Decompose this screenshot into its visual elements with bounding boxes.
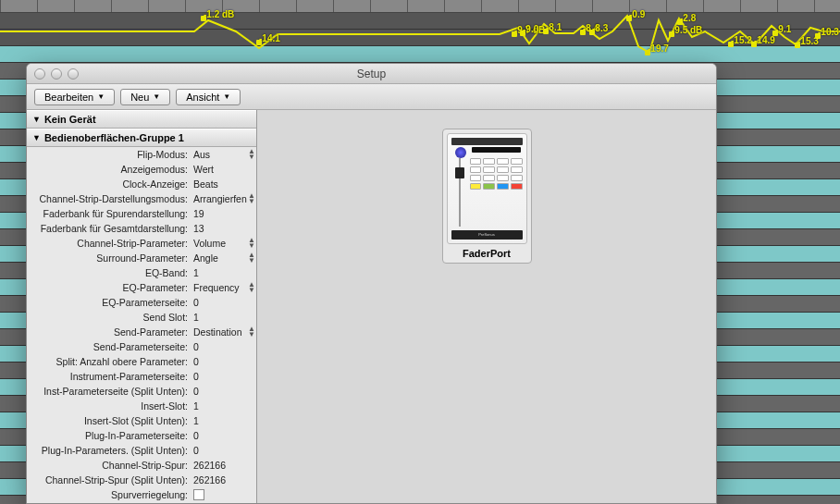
param-row[interactable]: Faderbank für Gesamtdarstellung:13	[27, 221, 256, 236]
param-label: Channel-Strip-Spur (Split Unten):	[27, 474, 191, 486]
param-row[interactable]: Channel-Strip-Spur (Split Unten):262166	[27, 473, 256, 487]
disclosure-triangle-icon: ▼	[32, 115, 41, 124]
view-menu-button[interactable]: Ansicht ▼	[176, 89, 241, 105]
param-row[interactable]: Surround-Parameter:Angle	[27, 251, 256, 265]
chevron-down-icon: ▼	[223, 92, 230, 101]
param-label: Insert-Slot (Split Unten):	[27, 415, 191, 426]
param-label: Flip-Modus:	[27, 149, 191, 160]
param-value[interactable]: 0	[191, 356, 247, 367]
sidebar[interactable]: ▼ Kein Gerät ▼ Bedienoberflächen-Gruppe …	[27, 110, 257, 503]
param-label: Surround-Parameter:	[27, 252, 191, 264]
param-row[interactable]: Plug-In-Parameters. (Split Unten):0	[27, 443, 256, 458]
param-row[interactable]: Send-Parameter:Destination	[27, 325, 256, 339]
param-label: EQ-Parameterseite:	[27, 297, 191, 308]
param-row[interactable]: EQ-Band:1	[27, 265, 256, 280]
view-menu-label: Ansicht	[186, 92, 219, 103]
window-title: Setup	[27, 68, 716, 80]
stepper-arrows-icon[interactable]	[247, 193, 256, 204]
stepper-arrows-icon[interactable]	[247, 149, 256, 160]
param-label: EQ-Parameter:	[27, 282, 191, 293]
param-row[interactable]: Channel-Strip-Spur:262166	[27, 458, 256, 473]
param-label: Anzeigemodus:	[27, 164, 191, 175]
param-value[interactable]: Volume	[191, 238, 247, 249]
param-value[interactable]: 262166	[191, 474, 247, 486]
param-row[interactable]: Send-Parameterseite:0	[27, 339, 256, 354]
stepper-arrows-icon[interactable]	[247, 238, 256, 249]
param-label: Plug-In-Parameterseite:	[27, 430, 191, 441]
param-value[interactable]: 19	[191, 208, 247, 219]
param-row[interactable]: Split: Anzahl obere Parameter:0	[27, 354, 256, 369]
param-label: Channel-Strip-Spur:	[27, 460, 191, 471]
param-label: Send-Parameter:	[27, 326, 191, 338]
param-row[interactable]: Faderbank für Spurendarstellung:19	[27, 206, 256, 221]
param-label: Split: Anzahl obere Parameter:	[27, 356, 191, 367]
param-value[interactable]: 1	[191, 267, 247, 278]
param-row[interactable]: Instrument-Parameterseite:0	[27, 369, 256, 384]
param-value[interactable]: Aus	[191, 149, 247, 160]
param-value[interactable]: Destination	[191, 326, 247, 338]
param-label: Instrument-Parameterseite:	[27, 371, 191, 382]
param-row[interactable]: Flip-Modus:Aus	[27, 147, 256, 162]
param-label: Send-Parameterseite:	[27, 341, 191, 352]
param-label: Plug-In-Parameters. (Split Unten):	[27, 445, 191, 456]
section-label: Bedienoberflächen-Gruppe 1	[44, 132, 184, 143]
param-row[interactable]: Insert-Slot (Split Unten):1	[27, 413, 256, 428]
stepper-arrows-icon[interactable]	[247, 282, 256, 293]
param-checkbox[interactable]	[193, 489, 204, 500]
param-value[interactable]: 0	[191, 297, 247, 308]
param-label: Spurverriegelung:	[27, 489, 191, 500]
new-menu-button[interactable]: Neu ▼	[120, 89, 170, 105]
param-value[interactable]: 262166	[191, 460, 247, 471]
param-value[interactable]: 13	[191, 223, 247, 234]
disclosure-triangle-icon: ▼	[32, 133, 41, 142]
param-row[interactable]: Spurverriegelung:	[27, 487, 256, 502]
chevron-down-icon: ▼	[97, 92, 105, 101]
timeline-ruler[interactable]	[0, 0, 840, 13]
param-label: Clock-Anzeige:	[27, 178, 191, 190]
section-no-device[interactable]: ▼ Kein Gerät	[27, 110, 256, 129]
device-canvas[interactable]: PreSonus FaderPort	[257, 110, 716, 503]
param-value[interactable]: 0	[191, 386, 247, 397]
param-value[interactable]: Angle	[191, 252, 247, 264]
param-row[interactable]: Send Slot:1	[27, 310, 256, 325]
param-value[interactable]: 1	[191, 312, 247, 323]
param-label: Channel-Strip-Parameter:	[27, 238, 191, 249]
param-row[interactable]: Channel-Strip-Parameter:Volume	[27, 236, 256, 251]
param-row[interactable]: EQ-Parameter:Frequency	[27, 280, 256, 295]
param-label: Inst-Parameterseite (Split Unten):	[27, 386, 191, 397]
param-value[interactable]: 0	[191, 371, 247, 382]
param-value[interactable]: Beats	[191, 178, 247, 190]
edit-menu-button[interactable]: Bearbeiten ▼	[34, 89, 115, 105]
param-row[interactable]: Anzeigemodus:Wert	[27, 162, 256, 177]
param-value[interactable]: 1	[191, 415, 247, 426]
param-row[interactable]: EQ-Parameterseite:0	[27, 295, 256, 310]
chevron-down-icon: ▼	[153, 92, 160, 101]
device-caption: FaderPort	[447, 248, 527, 259]
param-row[interactable]: Clock-Anzeige:Beats	[27, 177, 256, 191]
param-label: Send Slot:	[27, 312, 191, 323]
param-row[interactable]: Insert-Slot:1	[27, 399, 256, 413]
param-row[interactable]: Channel-Strip-Darstellungsmodus:Arrangie…	[27, 191, 256, 206]
param-row[interactable]: Plug-In-Parameterseite:0	[27, 428, 256, 443]
device-card-faderport[interactable]: PreSonus FaderPort	[442, 129, 532, 264]
param-label: Faderbank für Spurendarstellung:	[27, 208, 191, 219]
parameter-list: Flip-Modus:AusAnzeigemodus:WertClock-Anz…	[27, 147, 256, 502]
stepper-arrows-icon[interactable]	[247, 252, 256, 264]
stepper-arrows-icon[interactable]	[247, 326, 256, 338]
param-value[interactable]: Wert	[191, 164, 247, 175]
param-row[interactable]: Inst-Parameterseite (Split Unten):0	[27, 384, 256, 399]
window-titlebar[interactable]: Setup	[27, 64, 716, 84]
param-value[interactable]: Frequency	[191, 282, 247, 293]
device-thumbnail: PreSonus	[447, 133, 527, 244]
section-label: Kein Gerät	[44, 114, 96, 125]
param-label: Channel-Strip-Darstellungsmodus:	[27, 193, 191, 204]
section-control-surface-group[interactable]: ▼ Bedienoberflächen-Gruppe 1	[27, 129, 256, 147]
param-value[interactable]: 0	[191, 341, 247, 352]
param-value[interactable]: Arrangierfenst.	[191, 193, 247, 204]
param-label: Faderbank für Gesamtdarstellung:	[27, 223, 191, 234]
setup-window: Setup Bearbeiten ▼ Neu ▼ Ansicht ▼ ▼ Kei…	[26, 63, 717, 504]
param-value[interactable]: 0	[191, 445, 247, 456]
param-label: Insert-Slot:	[27, 400, 191, 412]
param-value[interactable]: 1	[191, 400, 247, 412]
param-value[interactable]: 0	[191, 430, 247, 441]
